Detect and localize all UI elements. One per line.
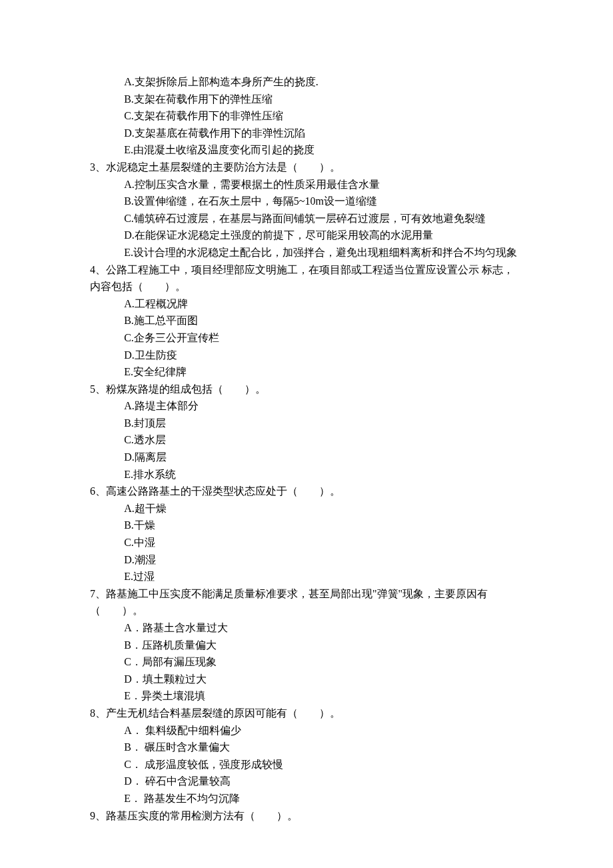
option-line: B．压路机质量偏大 (90, 637, 523, 654)
option-line: A.路堤主体部分 (90, 397, 523, 415)
option-line: D.隔离层 (90, 449, 523, 466)
question-stem-cont: 内容包括（ ）。 (90, 278, 523, 295)
option-line: C.支架在荷载作用下的非弹性压缩 (90, 107, 523, 125)
option-line: E.排水系统 (90, 466, 523, 483)
option-line: D．填土颗粒过大 (90, 671, 523, 688)
question-stem: 4、公路工程施工中，项目经理部应文明施工，在项目部或工程适当位置应设置公示 标志… (90, 261, 523, 279)
option-line: D.潮湿 (90, 551, 523, 569)
option-line: C． 成形温度较低，强度形成较慢 (90, 756, 523, 773)
question-stem: 3、水泥稳定土基层裂缝的主要防治方法是（ ）。 (90, 159, 523, 176)
question-stem: 7、路基施工中压实度不能满足质量标准要求，甚至局部出现"弹簧"现象，主要原因有 (90, 585, 523, 603)
option-line: B.设置伸缩缝，在石灰土层中，每隔5~10m设一道缩缝 (90, 193, 523, 210)
option-line: C．局部有漏压现象 (90, 653, 523, 671)
option-line: B． 碾压时含水量偏大 (90, 739, 523, 756)
question-stem: 6、高速公路路基土的干湿类型状态应处于（ ）。 (90, 483, 523, 500)
question-stem: 5、粉煤灰路堤的组成包括（ ）。 (90, 381, 523, 398)
option-line: E.由混凝土收缩及温度变化而引起的挠度 (90, 141, 523, 159)
option-line: B.施工总平面图 (90, 312, 523, 329)
option-line: A.超干燥 (90, 500, 523, 517)
option-line: C.中湿 (90, 534, 523, 551)
option-line: A．路基土含水量过大 (90, 619, 523, 637)
option-line: D． 碎石中含泥量较高 (90, 773, 523, 790)
question-stem-cont: （ ）。 (90, 602, 523, 619)
option-line: E．异类土壤混填 (90, 687, 523, 705)
option-line: E． 路基发生不均匀沉降 (90, 790, 523, 807)
option-line: E.设计合理的水泥稳定土配合比，加强拌合，避免出现粗细料离析和拌合不均匀现象 (90, 244, 523, 261)
option-line: E.安全纪律牌 (90, 363, 523, 381)
option-line: C.透水层 (90, 431, 523, 449)
option-line: B.封顶层 (90, 415, 523, 432)
question-stem: 9、路基压实度的常用检测方法有（ ）。 (90, 807, 523, 825)
option-line: A.控制压实含水量，需要根据土的性质采用最佳含水量 (90, 176, 523, 193)
option-line: D.卫生防疫 (90, 347, 523, 364)
option-line: B.干燥 (90, 517, 523, 534)
option-line: A.工程概况牌 (90, 295, 523, 313)
option-line: A． 集料级配中细料偏少 (90, 722, 523, 739)
option-line: D.支架基底在荷载作用下的非弹性沉陷 (90, 125, 523, 142)
option-line: E.过湿 (90, 568, 523, 585)
question-stem: 8、产生无机结合料基层裂缝的原因可能有（ ）。 (90, 705, 523, 722)
option-line: C.企务三公开宣传栏 (90, 329, 523, 347)
option-line: D.在能保证水泥稳定土强度的前提下，尽可能采用较高的水泥用量 (90, 227, 523, 244)
option-line: A.支架拆除后上部构造本身所产生的挠度. (90, 73, 523, 91)
option-line: B.支架在荷载作用下的弹性压缩 (90, 91, 523, 108)
document-page: A.支架拆除后上部构造本身所产生的挠度. B.支架在荷载作用下的弹性压缩 C.支… (0, 0, 613, 868)
option-line: C.铺筑碎石过渡层，在基层与路面间铺筑一层碎石过渡层，可有效地避免裂缝 (90, 210, 523, 227)
